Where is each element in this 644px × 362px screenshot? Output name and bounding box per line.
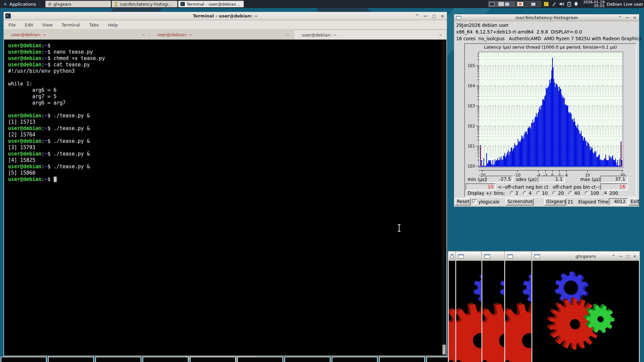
terminal-line: [3] 15793 (8, 144, 442, 151)
glxgears-window-icon (451, 254, 453, 258)
glxgears-viewport (456, 261, 482, 362)
bins-radio-10[interactable] (536, 191, 540, 195)
glxgears-window-behind-1[interactable] (448, 251, 456, 362)
offscreen-window-top[interactable] (332, 357, 378, 362)
mouse-cursor-ibeam (397, 224, 401, 233)
terminal-tabbar: user@debian: ~ × user@debian: ~ × user@d… (4, 29, 447, 40)
system-tray (544, 1, 579, 7)
terminal-window: >_ Terminal - user@debian: ~ ^ — □ × Fil… (3, 12, 447, 356)
bins-radio-label[interactable]: 4 (529, 190, 532, 196)
exit-button[interactable]: Exit (629, 198, 639, 205)
terminal-window-title: Terminal - user@debian: ~ (4, 13, 447, 18)
bins-radio-label[interactable]: 20 (558, 190, 564, 196)
terminal-line: user@debian:~$ ./tease.py & (8, 164, 442, 170)
terminal-line: while 1: (8, 81, 442, 87)
stylus-icon[interactable] (551, 1, 557, 7)
offscreen-window-top[interactable] (237, 357, 283, 362)
workspace-2[interactable] (515, 1, 541, 7)
glxgears-count: 21 (568, 198, 573, 205)
info-line-3: 16 cores no_isolcpus AuthenticAMD AMD Ry… (456, 36, 641, 41)
bins-radio-4[interactable] (523, 191, 527, 195)
menu-edit[interactable]: Edit (25, 22, 33, 27)
tab-close-icon[interactable]: × (142, 32, 145, 37)
tab-3-active[interactable]: user@debian: ~ × (294, 29, 447, 40)
glxgears-window-behind-4[interactable] (504, 251, 532, 362)
bins-radio-label[interactable]: 10 (542, 190, 548, 196)
bins-radio-40[interactable] (569, 191, 573, 195)
scrollbar-thumb[interactable] (442, 345, 446, 355)
terminal-icon: >_ (180, 2, 185, 6)
tab-1[interactable]: user@debian: ~ × (4, 29, 150, 40)
offscreen-window-top[interactable] (95, 357, 141, 362)
volume-icon[interactable] (559, 1, 565, 7)
workspace-pager[interactable] (488, 1, 541, 7)
bins-radio-label[interactable]: 200 (609, 190, 618, 196)
tab-label: user@debian: ~ (11, 32, 46, 37)
histogram-titlebar[interactable]: /usr/bin/latency-histogram ^ — × (454, 14, 639, 21)
offscreen-window-top[interactable] (143, 357, 189, 362)
tab-label: user@debian: ~ (302, 33, 337, 38)
offchart-pos-field: 16 (600, 183, 628, 190)
glxgears-viewport-main (532, 261, 639, 362)
panel-handle[interactable]: ⋮ (38, 2, 41, 6)
menu-terminal[interactable]: Terminal (62, 22, 80, 27)
terminal-line: [5] 15860 (8, 170, 442, 176)
terminal-line: arg6 = arg7 (8, 100, 442, 106)
menu-view[interactable]: View (42, 22, 53, 27)
bins-radio-200[interactable] (604, 191, 608, 195)
screenshot-button[interactable]: Screenshot (505, 198, 534, 205)
offscreen-window-top[interactable] (284, 357, 330, 362)
max-field: 37.1 (600, 176, 628, 183)
battery-icon[interactable] (567, 1, 571, 7)
taskbar-button-latency-histogram[interactable]: /usr/bin/latency-histogr... (112, 1, 177, 7)
taskbar-button-terminal[interactable]: >_ Terminal - user@debian... (178, 1, 244, 7)
glxgears-titlebar[interactable]: glxgears ^ — □ × (532, 252, 639, 260)
gear-icon: ⚙ (48, 2, 52, 7)
menu-tabs[interactable]: Tabs (89, 22, 99, 27)
menu-help[interactable]: Help (108, 22, 118, 27)
applications-menu-button[interactable]: Applications ⋮ (0, 0, 45, 8)
mini-window (531, 3, 535, 6)
tab-close-icon[interactable]: × (439, 33, 442, 38)
reset-button[interactable]: Reset (455, 198, 471, 205)
menu-file[interactable]: File (8, 22, 16, 27)
display-bins-label: Display +/- bins: (468, 190, 505, 196)
bins-radio-label[interactable]: 40 (574, 190, 580, 196)
bell-icon[interactable] (574, 1, 579, 7)
glxgears-window-main[interactable]: glxgears ^ — □ × (532, 251, 640, 362)
bins-radio-label[interactable]: 100 (590, 190, 599, 196)
ylogscale-checkbox[interactable]: ✓ (472, 199, 477, 204)
workspace-1[interactable] (488, 1, 515, 7)
latency-app-icon (114, 2, 118, 6)
bins-radio-2[interactable] (510, 191, 514, 195)
offscreen-window-top[interactable] (1, 357, 47, 362)
offscreen-window-top[interactable] (48, 357, 94, 362)
histogram-plot: 1E01E11E21E31E41E5-20-10-4-20241020 (465, 44, 636, 197)
offscreen-window-top[interactable] (190, 357, 236, 362)
taskbar-button-glxgears[interactable]: ⚙ glxgears (45, 1, 111, 7)
glxgears-button[interactable]: Glxgears (544, 198, 566, 205)
info-line-2: x86_64 6.12.57+deb13-rt-amd64 2.9.8 DISP… (456, 29, 582, 35)
max-label: max (µs) (580, 176, 600, 183)
bins-radio-label[interactable]: 2 (516, 190, 519, 196)
notes-icon[interactable] (544, 1, 549, 7)
glxgears-window-behind-2[interactable] (455, 251, 482, 362)
terminal-titlebar[interactable]: >_ Terminal - user@debian: ~ ^ — □ × (4, 12, 447, 20)
panel-clock[interactable]: 2026-01-29 05:01 (583, 0, 605, 8)
offscreen-window-top[interactable] (379, 357, 425, 362)
glxgears-window-behind-3[interactable] (482, 251, 505, 362)
terminal-scrollbar[interactable] (442, 40, 446, 356)
terminal-cursor (54, 177, 57, 182)
tab-2[interactable]: user@debian: ~ × (150, 29, 294, 40)
bins-radio-20[interactable] (552, 191, 556, 195)
terminal-content[interactable]: user@debian:~$user@debian:~$ nano tease.… (4, 40, 442, 356)
min-field: -27.5 (486, 176, 513, 183)
sdev-field: 1.1 (538, 176, 565, 183)
terminal-line (8, 74, 442, 81)
bins-radio-100[interactable] (585, 191, 589, 195)
terminal-line (8, 106, 442, 113)
tab-close-icon[interactable]: × (286, 32, 290, 37)
glxgears-viewport (482, 261, 504, 362)
histogram-chart-panel: Latency (µs) servo thread (1000.0 µs per… (464, 43, 637, 197)
glxgears-window-icon (458, 254, 464, 258)
